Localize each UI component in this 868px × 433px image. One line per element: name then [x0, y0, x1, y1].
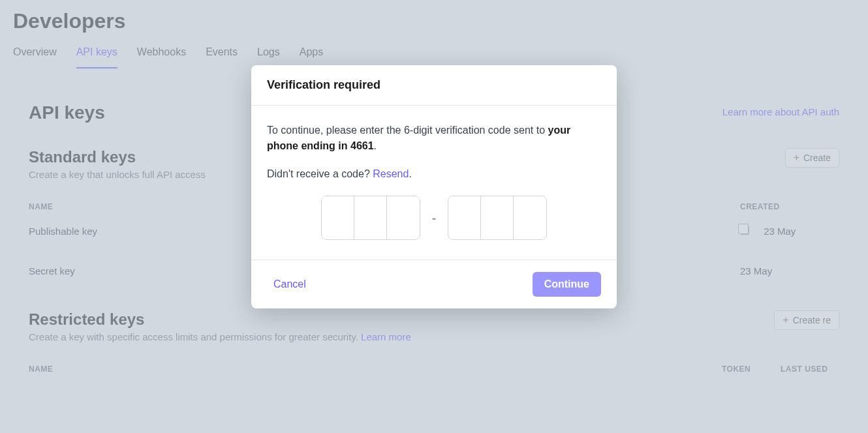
resend-line: Didn't receive a code? Resend. — [267, 168, 601, 180]
code-digit-3[interactable] — [387, 196, 420, 240]
modal-body: To continue, please enter the 6-digit ve… — [251, 106, 617, 260]
code-input-row: - — [267, 196, 601, 240]
code-digit-1[interactable] — [322, 196, 354, 240]
code-digit-6[interactable] — [514, 196, 546, 240]
code-digit-5[interactable] — [481, 196, 514, 240]
modal-message: To continue, please enter the 6-digit ve… — [267, 123, 601, 154]
code-digit-2[interactable] — [354, 196, 387, 240]
modal-footer: Cancel Continue — [251, 260, 617, 308]
modal-title: Verification required — [267, 78, 601, 92]
code-group-2 — [448, 196, 547, 240]
code-dash: - — [432, 211, 437, 226]
modal-overlay[interactable]: Verification required To continue, pleas… — [0, 0, 868, 433]
code-digit-4[interactable] — [448, 196, 481, 240]
modal-header: Verification required — [251, 65, 617, 106]
cancel-button[interactable]: Cancel — [267, 273, 313, 295]
code-group-1 — [321, 196, 420, 240]
continue-button[interactable]: Continue — [533, 272, 601, 297]
resend-link[interactable]: Resend — [373, 168, 409, 179]
verification-modal: Verification required To continue, pleas… — [251, 65, 617, 308]
